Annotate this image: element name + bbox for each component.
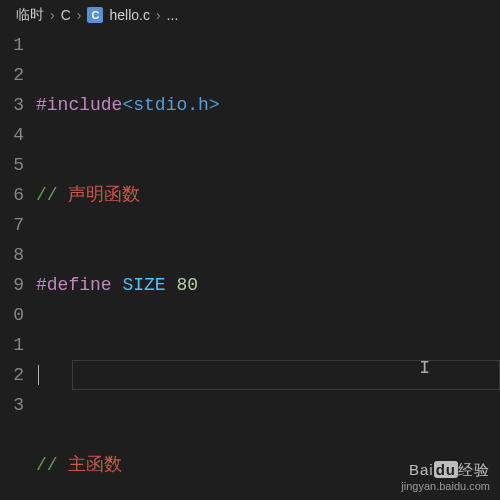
line-number: 0 (0, 300, 24, 330)
line-number: 7 (0, 210, 24, 240)
line-number: 9 (0, 270, 24, 300)
mouse-ibeam-icon: I (419, 358, 430, 378)
code-line[interactable]: #define SIZE 80 (36, 270, 500, 300)
line-number: 3 (0, 90, 24, 120)
line-number: 5 (0, 150, 24, 180)
token-preproc: #define (36, 275, 112, 295)
line-number: 4 (0, 120, 24, 150)
token-comment: 主函数 (68, 455, 122, 475)
code-area[interactable]: #include<stdio.h> // 声明函数 #define SIZE 8… (36, 30, 500, 500)
token-preproc: #include (36, 95, 122, 115)
watermark-url: jingyan.baidu.com (401, 480, 490, 492)
chevron-right-icon: › (77, 7, 82, 23)
text-cursor (38, 365, 39, 385)
code-line[interactable]: #include<stdio.h> (36, 90, 500, 120)
breadcrumb-item[interactable]: 临时 (16, 6, 44, 24)
watermark: Baidu经验 jingyan.baidu.com (401, 461, 490, 492)
token-number: 80 (176, 275, 198, 295)
breadcrumb-more[interactable]: ... (167, 7, 179, 23)
current-line-highlight (72, 360, 500, 390)
line-number: 6 (0, 180, 24, 210)
token-comment: 声明函数 (68, 185, 140, 205)
chevron-right-icon: › (50, 7, 55, 23)
token-comment: // (36, 185, 68, 205)
line-number: 3 (0, 390, 24, 420)
c-file-icon: C (87, 7, 103, 23)
line-number: 1 (0, 30, 24, 60)
line-number: 2 (0, 360, 24, 390)
line-number: 2 (0, 60, 24, 90)
code-editor[interactable]: 1 2 3 4 5 6 7 8 9 0 1 2 3 #include<stdio… (0, 30, 500, 500)
breadcrumb-item[interactable]: C (61, 7, 71, 23)
line-number: 8 (0, 240, 24, 270)
code-line-current[interactable] (36, 360, 500, 390)
token-macro: SIZE (122, 275, 165, 295)
code-line[interactable]: // 声明函数 (36, 180, 500, 210)
breadcrumb[interactable]: 临时 › C › C hello.c › ... (0, 0, 500, 30)
token-comment: // (36, 455, 68, 475)
watermark-brand: Baidu经验 (401, 461, 490, 480)
line-number: 1 (0, 330, 24, 360)
token-include-path: <stdio.h> (122, 95, 219, 115)
line-gutter: 1 2 3 4 5 6 7 8 9 0 1 2 3 (0, 30, 36, 500)
breadcrumb-file[interactable]: hello.c (109, 7, 149, 23)
chevron-right-icon: › (156, 7, 161, 23)
